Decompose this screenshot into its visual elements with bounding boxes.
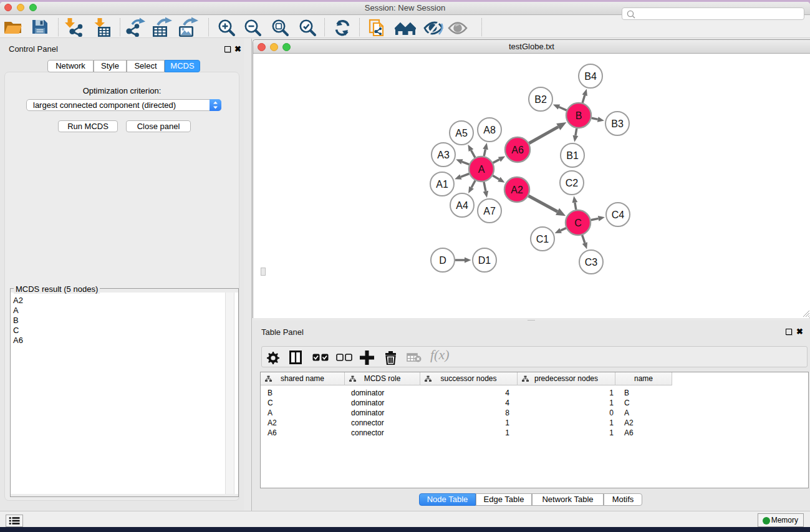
svg-text:A7: A7 — [483, 206, 496, 216]
svg-text:C4: C4 — [612, 210, 625, 220]
svg-text:A1: A1 — [436, 179, 448, 190]
svg-text:B2: B2 — [534, 94, 547, 105]
svg-text:A5: A5 — [455, 128, 468, 138]
svg-text:A3: A3 — [437, 150, 450, 160]
svg-text:C1: C1 — [536, 234, 549, 244]
svg-text:A4: A4 — [456, 200, 468, 211]
svg-text:A6: A6 — [511, 145, 524, 155]
svg-text:B: B — [576, 110, 582, 121]
svg-text:A: A — [478, 164, 485, 175]
svg-text:C: C — [574, 218, 582, 228]
svg-text:B3: B3 — [611, 118, 624, 129]
svg-text:A8: A8 — [483, 125, 496, 135]
svg-text:D1: D1 — [478, 255, 491, 266]
svg-text:D: D — [439, 255, 446, 266]
svg-text:B4: B4 — [584, 71, 597, 82]
svg-text:C3: C3 — [585, 257, 598, 268]
svg-text:A2: A2 — [511, 185, 523, 195]
svg-text:C2: C2 — [566, 178, 579, 188]
svg-text:B1: B1 — [566, 150, 579, 161]
